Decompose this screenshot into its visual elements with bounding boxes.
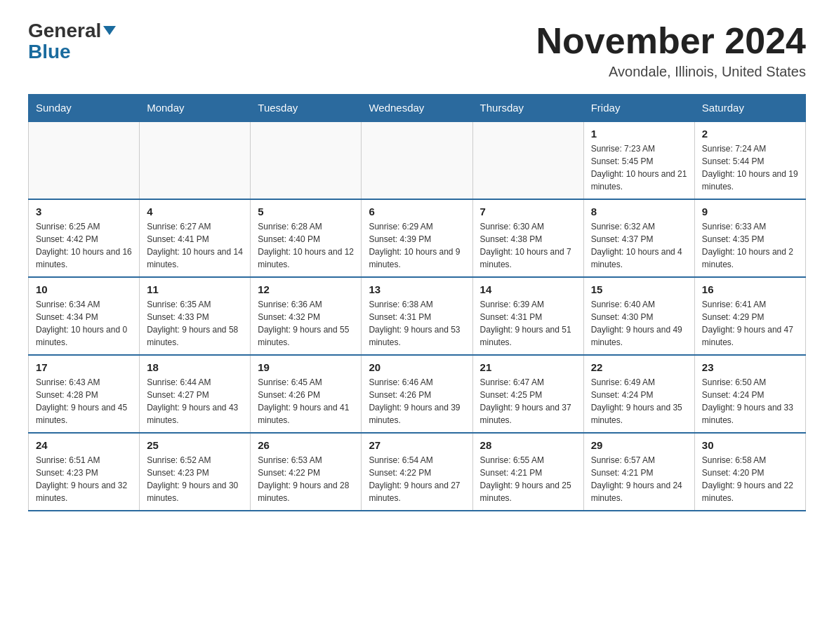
table-row: 17Sunrise: 6:43 AM Sunset: 4:28 PM Dayli… — [29, 355, 140, 433]
sun-info: Sunrise: 6:46 AM Sunset: 4:26 PM Dayligh… — [369, 376, 465, 427]
table-row — [362, 121, 472, 199]
table-row: 9Sunrise: 6:33 AM Sunset: 4:35 PM Daylig… — [694, 199, 805, 277]
table-row: 19Sunrise: 6:45 AM Sunset: 4:26 PM Dayli… — [251, 355, 362, 433]
sun-info: Sunrise: 6:35 AM Sunset: 4:33 PM Dayligh… — [147, 298, 243, 349]
sun-info: Sunrise: 6:30 AM Sunset: 4:38 PM Dayligh… — [480, 220, 576, 271]
day-number: 14 — [480, 283, 576, 295]
sun-info: Sunrise: 6:32 AM Sunset: 4:37 PM Dayligh… — [591, 220, 687, 271]
sun-info: Sunrise: 6:55 AM Sunset: 4:21 PM Dayligh… — [480, 454, 576, 504]
table-row: 26Sunrise: 6:53 AM Sunset: 4:22 PM Dayli… — [251, 433, 362, 511]
calendar-week-row: 10Sunrise: 6:34 AM Sunset: 4:34 PM Dayli… — [29, 277, 806, 355]
sun-info: Sunrise: 6:57 AM Sunset: 4:21 PM Dayligh… — [591, 454, 687, 504]
col-monday: Monday — [140, 95, 251, 122]
day-number: 8 — [591, 206, 687, 217]
day-number: 1 — [591, 128, 687, 140]
sun-info: Sunrise: 6:28 AM Sunset: 4:40 PM Dayligh… — [258, 220, 354, 271]
day-number: 26 — [258, 439, 354, 451]
day-number: 20 — [369, 361, 465, 373]
sun-info: Sunrise: 6:29 AM Sunset: 4:39 PM Dayligh… — [369, 220, 465, 271]
sun-info: Sunrise: 6:50 AM Sunset: 4:24 PM Dayligh… — [702, 376, 798, 427]
day-number: 30 — [702, 439, 798, 451]
table-row: 16Sunrise: 6:41 AM Sunset: 4:29 PM Dayli… — [694, 277, 805, 355]
sun-info: Sunrise: 6:44 AM Sunset: 4:27 PM Dayligh… — [147, 376, 243, 427]
table-row: 29Sunrise: 6:57 AM Sunset: 4:21 PM Dayli… — [583, 433, 694, 511]
table-row: 8Sunrise: 6:32 AM Sunset: 4:37 PM Daylig… — [583, 199, 694, 277]
day-number: 25 — [147, 439, 243, 451]
table-row: 10Sunrise: 6:34 AM Sunset: 4:34 PM Dayli… — [29, 277, 140, 355]
location: Avondale, Illinois, United States — [536, 64, 806, 80]
col-wednesday: Wednesday — [362, 95, 472, 122]
table-row: 20Sunrise: 6:46 AM Sunset: 4:26 PM Dayli… — [362, 355, 472, 433]
sun-info: Sunrise: 6:34 AM Sunset: 4:34 PM Dayligh… — [36, 298, 132, 349]
col-thursday: Thursday — [472, 95, 583, 122]
sun-info: Sunrise: 6:27 AM Sunset: 4:41 PM Dayligh… — [147, 220, 243, 271]
sun-info: Sunrise: 6:45 AM Sunset: 4:26 PM Dayligh… — [258, 376, 354, 427]
logo-blue: Blue — [28, 42, 71, 62]
day-number: 22 — [591, 361, 687, 373]
calendar-week-row: 1Sunrise: 7:23 AM Sunset: 5:45 PM Daylig… — [29, 121, 806, 199]
table-row: 2Sunrise: 7:24 AM Sunset: 5:44 PM Daylig… — [694, 121, 805, 199]
table-row: 24Sunrise: 6:51 AM Sunset: 4:23 PM Dayli… — [29, 433, 140, 511]
table-row — [472, 121, 583, 199]
day-number: 12 — [258, 283, 354, 295]
col-saturday: Saturday — [694, 95, 805, 122]
day-number: 15 — [591, 283, 687, 295]
day-number: 2 — [702, 128, 798, 140]
day-number: 5 — [258, 206, 354, 217]
table-row: 28Sunrise: 6:55 AM Sunset: 4:21 PM Dayli… — [472, 433, 583, 511]
table-row: 1Sunrise: 7:23 AM Sunset: 5:45 PM Daylig… — [583, 121, 694, 199]
calendar-week-row: 24Sunrise: 6:51 AM Sunset: 4:23 PM Dayli… — [29, 433, 806, 511]
day-number: 17 — [36, 361, 132, 373]
day-number: 18 — [147, 361, 243, 373]
table-row — [251, 121, 362, 199]
sun-info: Sunrise: 6:38 AM Sunset: 4:31 PM Dayligh… — [369, 298, 465, 349]
day-number: 4 — [147, 206, 243, 217]
day-number: 27 — [369, 439, 465, 451]
table-row: 23Sunrise: 6:50 AM Sunset: 4:24 PM Dayli… — [694, 355, 805, 433]
day-number: 13 — [369, 283, 465, 295]
day-number: 11 — [147, 283, 243, 295]
sun-info: Sunrise: 6:47 AM Sunset: 4:25 PM Dayligh… — [480, 376, 576, 427]
day-number: 7 — [480, 206, 576, 217]
sun-info: Sunrise: 6:49 AM Sunset: 4:24 PM Dayligh… — [591, 376, 687, 427]
sun-info: Sunrise: 6:36 AM Sunset: 4:32 PM Dayligh… — [258, 298, 354, 349]
title-area: November 2024 Avondale, Illinois, United… — [536, 21, 806, 80]
calendar-week-row: 17Sunrise: 6:43 AM Sunset: 4:28 PM Dayli… — [29, 355, 806, 433]
sun-info: Sunrise: 6:51 AM Sunset: 4:23 PM Dayligh… — [36, 454, 132, 504]
table-row: 13Sunrise: 6:38 AM Sunset: 4:31 PM Dayli… — [362, 277, 472, 355]
day-number: 21 — [480, 361, 576, 373]
table-row: 14Sunrise: 6:39 AM Sunset: 4:31 PM Dayli… — [472, 277, 583, 355]
calendar-table: Sunday Monday Tuesday Wednesday Thursday… — [28, 94, 806, 511]
table-row: 25Sunrise: 6:52 AM Sunset: 4:23 PM Dayli… — [140, 433, 251, 511]
table-row — [140, 121, 251, 199]
day-number: 19 — [258, 361, 354, 373]
sun-info: Sunrise: 6:54 AM Sunset: 4:22 PM Dayligh… — [369, 454, 465, 504]
sun-info: Sunrise: 6:41 AM Sunset: 4:29 PM Dayligh… — [702, 298, 798, 349]
table-row: 3Sunrise: 6:25 AM Sunset: 4:42 PM Daylig… — [29, 199, 140, 277]
logo-general: General — [28, 21, 116, 41]
table-row: 15Sunrise: 6:40 AM Sunset: 4:30 PM Dayli… — [583, 277, 694, 355]
sun-info: Sunrise: 7:24 AM Sunset: 5:44 PM Dayligh… — [702, 142, 798, 193]
day-number: 6 — [369, 206, 465, 217]
month-title: November 2024 — [536, 21, 806, 61]
sun-info: Sunrise: 6:58 AM Sunset: 4:20 PM Dayligh… — [702, 454, 798, 504]
table-row — [29, 121, 140, 199]
sun-info: Sunrise: 7:23 AM Sunset: 5:45 PM Dayligh… — [591, 142, 687, 193]
sun-info: Sunrise: 6:25 AM Sunset: 4:42 PM Dayligh… — [36, 220, 132, 271]
day-number: 23 — [702, 361, 798, 373]
table-row: 30Sunrise: 6:58 AM Sunset: 4:20 PM Dayli… — [694, 433, 805, 511]
sun-info: Sunrise: 6:53 AM Sunset: 4:22 PM Dayligh… — [258, 454, 354, 504]
table-row: 11Sunrise: 6:35 AM Sunset: 4:33 PM Dayli… — [140, 277, 251, 355]
sun-info: Sunrise: 6:40 AM Sunset: 4:30 PM Dayligh… — [591, 298, 687, 349]
day-number: 3 — [36, 206, 132, 217]
calendar-header-row: Sunday Monday Tuesday Wednesday Thursday… — [29, 95, 806, 122]
table-row: 22Sunrise: 6:49 AM Sunset: 4:24 PM Dayli… — [583, 355, 694, 433]
sun-info: Sunrise: 6:43 AM Sunset: 4:28 PM Dayligh… — [36, 376, 132, 427]
sun-info: Sunrise: 6:52 AM Sunset: 4:23 PM Dayligh… — [147, 454, 243, 504]
table-row: 5Sunrise: 6:28 AM Sunset: 4:40 PM Daylig… — [251, 199, 362, 277]
calendar-week-row: 3Sunrise: 6:25 AM Sunset: 4:42 PM Daylig… — [29, 199, 806, 277]
day-number: 28 — [480, 439, 576, 451]
table-row: 7Sunrise: 6:30 AM Sunset: 4:38 PM Daylig… — [472, 199, 583, 277]
table-row: 6Sunrise: 6:29 AM Sunset: 4:39 PM Daylig… — [362, 199, 472, 277]
day-number: 10 — [36, 283, 132, 295]
